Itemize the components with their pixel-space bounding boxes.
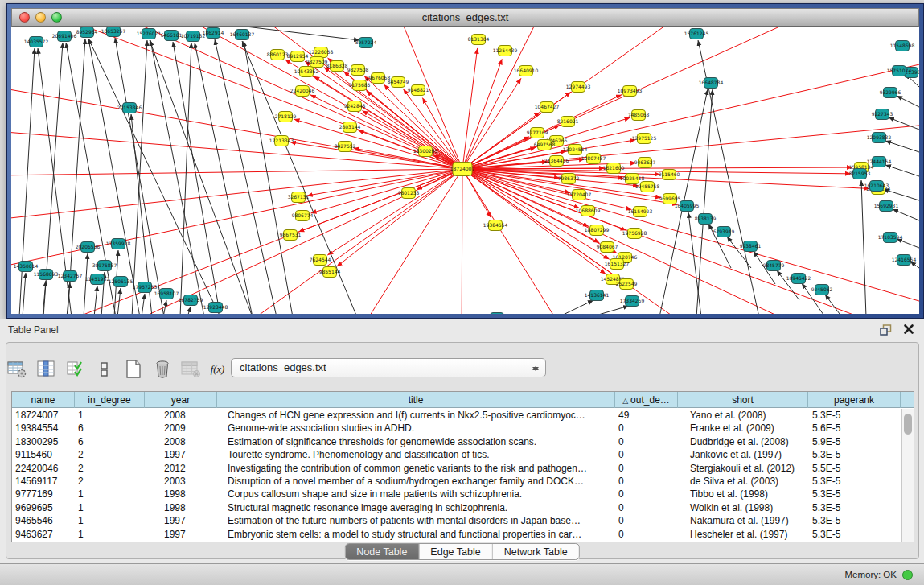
minimize-window-button[interactable] [35,12,46,23]
graph-node[interactable]: 2803144 [339,122,361,133]
graph-node[interactable]: 9245052 [811,285,833,295]
select-rows-icon[interactable] [64,359,86,380]
table-row[interactable]: 977716911998Corpus callosum shape and si… [12,488,901,501]
vertical-scrollbar[interactable] [901,409,914,542]
graph-node[interactable]: 12923448 [203,303,228,313]
graph-node[interactable]: 8454749 [388,77,409,88]
show-column-icon[interactable] [35,359,57,380]
red-citation-edge[interactable] [43,27,462,169]
zoom-window-button[interactable] [51,12,62,23]
table-row[interactable]: 1830029562008Estimation of significance … [12,435,901,448]
table-row[interactable]: 1938455462009Genome-wide association stu… [12,422,901,435]
graph-node[interactable]: 19384554 [483,220,508,231]
graph-node[interactable]: 20206536 [76,242,101,253]
graph-node[interactable]: 16405995 [675,201,700,212]
column-header-pagerank[interactable]: pagerank [808,392,901,408]
table-row[interactable]: 2242004622012Investigating the contribut… [12,462,901,475]
graph-node[interactable]: 9827509 [306,57,328,68]
black-citation-edge[interactable] [893,209,919,220]
graph-node[interactable]: 11548698 [890,41,915,51]
tab-edge-table[interactable]: Edge Table [419,544,492,559]
row-height-icon[interactable] [93,359,115,380]
graph-node[interactable]: 9175685 [349,80,371,91]
black-citation-edge[interactable] [187,307,191,314]
black-citation-edge[interactable] [180,43,191,314]
graph-node[interactable]: 8215953 [849,169,871,179]
black-citation-edge[interactable] [23,273,26,314]
network-window-titlebar[interactable]: citations_edges.txt [11,8,919,27]
red-citation-edge[interactable] [11,169,462,175]
black-citation-edge[interactable] [910,262,919,268]
black-citation-edge[interactable] [885,141,919,152]
graph-node[interactable]: 10807487 [581,154,606,164]
graph-node[interactable]: 14035572 [24,37,49,47]
delete-table-icon[interactable] [180,359,202,380]
black-citation-edge[interactable] [163,300,166,314]
column-header-title[interactable]: title [217,392,615,408]
graph-node[interactable]: 9827508 [347,65,369,76]
table-row[interactable]: 946554611997Estimation of the future num… [12,514,901,527]
red-citation-edge[interactable] [290,142,462,169]
graph-node[interactable]: 20153346 [117,103,142,113]
red-citation-edge[interactable] [462,167,852,169]
graph-node[interactable]: 17334269 [620,296,645,307]
graph-node[interactable]: 16958107 [154,289,179,299]
graph-node[interactable]: 15720407 [567,190,592,200]
graph-node[interactable]: 13024554 [563,145,588,155]
graph-node[interactable]: 20691406 [52,31,77,42]
graph-node[interactable]: 12974493 [566,82,591,93]
close-panel-icon[interactable] [903,323,914,335]
table-row[interactable]: 1872400712008Changes of HCN gene express… [12,409,901,422]
red-citation-edge[interactable] [462,169,626,230]
black-citation-edge[interactable] [696,89,713,314]
graph-node[interactable]: 8912954 [287,51,309,62]
red-citation-edge[interactable] [462,169,919,308]
graph-node[interactable]: 19756928 [622,229,647,239]
new-column-icon[interactable] [122,359,144,380]
red-citation-edge[interactable] [462,169,574,314]
graph-node[interactable]: 8952964 [76,27,98,38]
table-row[interactable]: 911546021997Tourette syndrome. Phenomeno… [12,448,901,461]
black-citation-edge[interactable] [558,300,593,314]
table-row[interactable]: 969969511998Structural magnetic resonanc… [12,501,901,514]
column-header-short[interactable]: short [678,392,808,408]
graph-node[interactable]: 8860123 [267,50,289,60]
graph-node[interactable]: 14350614 [14,262,39,272]
graph-node[interactable]: 9801233 [398,188,420,199]
graph-node[interactable]: 14136141 [585,290,610,301]
table-selector-dropdown[interactable]: citations_edges.txt [231,358,546,377]
column-header-year[interactable]: year [145,392,217,408]
network-view-canvas[interactable]: 1872400718300295886012389129541222605898… [11,27,919,314]
black-citation-edge[interactable] [88,39,140,314]
black-citation-edge[interactable] [861,180,866,314]
black-citation-edge[interactable] [590,306,629,314]
graph-node[interactable]: 9146821 [408,85,429,96]
graph-node[interactable]: 19455758 [635,182,660,192]
black-citation-edge[interactable] [132,40,147,314]
black-citation-edge[interactable] [897,239,919,248]
graph-node[interactable]: 9242848 [344,101,366,112]
graph-node[interactable]: 18724007 [450,163,475,176]
graph-node[interactable]: 12213343 [269,136,294,146]
graph-node[interactable]: 17103594 [878,233,903,243]
graph-node[interactable]: 22420046 [290,86,315,97]
graph-node[interactable]: 15761245 [684,29,709,39]
graph-node[interactable]: 9855144 [319,267,341,278]
graph-node[interactable]: 7986372 [558,174,580,184]
graph-node[interactable]: 8938139 [695,214,717,225]
red-citation-edge[interactable] [462,169,919,314]
graph-node[interactable]: 12342757 [58,271,83,282]
graph-node[interactable]: 16460137 [230,30,255,40]
black-citation-edge[interactable] [897,96,919,107]
table-row[interactable]: 1456911722003Disruption of a novel membe… [12,475,901,488]
graph-node[interactable]: 18807299 [585,225,610,236]
red-citation-edge[interactable] [462,169,851,174]
graph-node[interactable]: 11254439 [493,46,518,56]
scrollbar-thumb[interactable] [904,414,912,435]
citation-graph[interactable]: 1872400718300295886012389129541222605898… [11,27,919,314]
graph-node[interactable]: 9806774 [292,211,314,221]
graph-node[interactable]: 9463627 [634,158,656,168]
tab-network-table[interactable]: Network Table [493,544,579,559]
graph-node[interactable]: 7624544 [310,255,331,266]
graph-node[interactable]: 16151327 [605,259,630,270]
